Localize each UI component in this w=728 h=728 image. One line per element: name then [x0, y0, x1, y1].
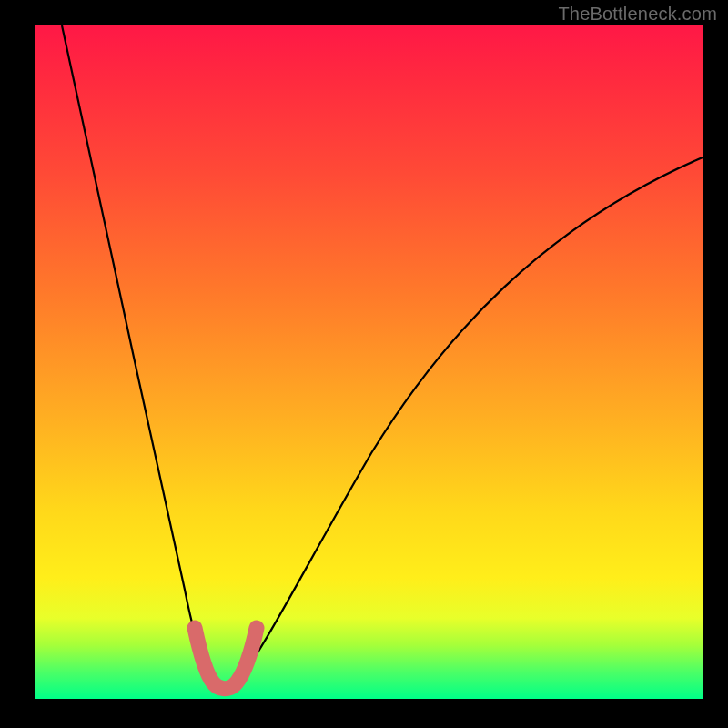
plot-area — [35, 25, 703, 699]
bottleneck-curve — [62, 25, 703, 691]
chart-frame: TheBottleneck.com — [0, 0, 728, 728]
curve-layer — [35, 25, 703, 699]
optimal-range-marker — [195, 628, 257, 689]
watermark-text: TheBottleneck.com — [558, 4, 717, 25]
